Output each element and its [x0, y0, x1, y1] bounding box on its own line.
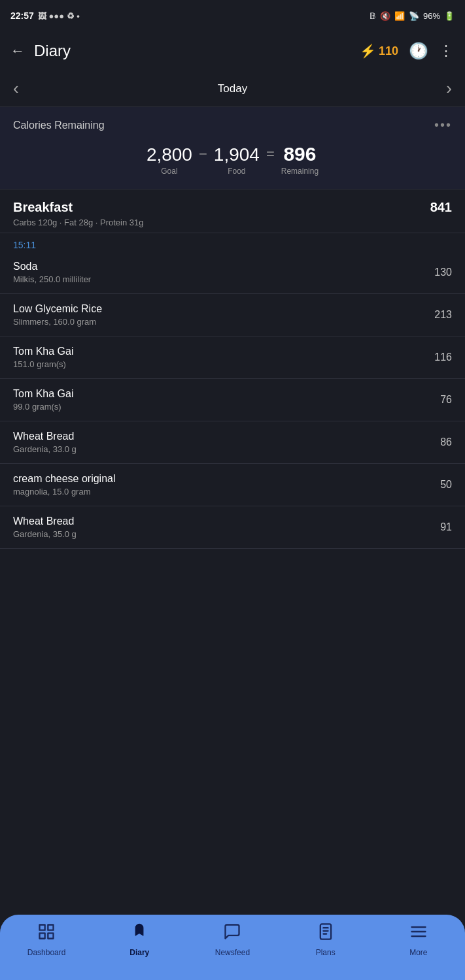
- food-name: Tom Kha Gai: [13, 388, 73, 400]
- svg-rect-1: [48, 925, 53, 930]
- top-bar: ← Diary ⚡ 110 🕐 ⋮: [0, 31, 465, 71]
- signal-icon: 📡: [409, 11, 419, 21]
- date-nav: ‹ Today ›: [0, 71, 465, 107]
- food-item[interactable]: Tom Kha Gai 151.0 gram(s) 116: [0, 336, 465, 379]
- streak-count: 110: [379, 44, 398, 58]
- battery-label: 96%: [423, 11, 440, 21]
- food-item-info: Soda Milkis, 250.0 milliliter: [13, 261, 91, 284]
- remaining-value: 896: [281, 143, 319, 165]
- food-calories: 76: [440, 394, 452, 406]
- top-bar-right: ⚡ 110 🕐 ⋮: [360, 42, 455, 60]
- more-options-icon[interactable]: ⋮: [439, 42, 455, 59]
- nav-item-diary[interactable]: Diary: [107, 923, 172, 957]
- food-items-list: Soda Milkis, 250.0 milliliter 130 Low Gl…: [0, 252, 465, 549]
- dashboard-icon: [37, 923, 56, 945]
- calories-header: Calories Remaining •••: [13, 118, 452, 133]
- food-detail: Gardenia, 33.0 g: [13, 444, 77, 454]
- goal-label: Goal: [146, 167, 192, 176]
- minus-operator: −: [199, 146, 207, 176]
- status-time: 22:57 🖼 ●●● ♻ •: [10, 10, 80, 21]
- food-item[interactable]: Wheat Bread Gardenia, 33.0 g 86: [0, 421, 465, 464]
- food-item-info: Low Glycemic Rice Slimmers, 160.0 gram: [13, 303, 102, 327]
- nav-item-dashboard[interactable]: Dashboard: [14, 923, 79, 957]
- status-right-icons: 𝔹 🔇 📶 📡 96% 🔋: [370, 11, 455, 21]
- food-detail: magnolia, 15.0 gram: [13, 487, 116, 497]
- food-item-info: Tom Kha Gai 99.0 gram(s): [13, 388, 73, 412]
- food-name: Low Glycemic Rice: [13, 303, 102, 315]
- food-detail: Gardenia, 35.0 g: [13, 529, 77, 539]
- food-detail: 99.0 gram(s): [13, 402, 73, 412]
- svg-rect-3: [48, 933, 53, 938]
- calories-more-icon[interactable]: •••: [434, 118, 452, 133]
- food-block: 1,904 Food: [214, 144, 260, 176]
- food-detail: 151.0 gram(s): [13, 359, 73, 369]
- wifi-icon: 📶: [394, 11, 405, 21]
- nav-item-newsfeed[interactable]: Newsfeed: [199, 923, 265, 957]
- food-item[interactable]: Wheat Bread Gardenia, 35.0 g 91: [0, 506, 465, 549]
- lightning-icon: ⚡: [360, 43, 376, 59]
- food-detail: Milkis, 250.0 milliliter: [13, 274, 91, 284]
- nav-item-more[interactable]: More: [386, 923, 451, 957]
- nav-label-more: More: [409, 948, 427, 957]
- food-item-info: Wheat Bread Gardenia, 33.0 g: [13, 431, 77, 454]
- nav-label-diary: Diary: [129, 948, 149, 957]
- food-name: Tom Kha Gai: [13, 346, 73, 357]
- calories-title: Calories Remaining: [13, 120, 105, 131]
- food-detail: Slimmers, 160.0 gram: [13, 317, 102, 327]
- goal-block: 2,800 Goal: [146, 144, 192, 176]
- food-item[interactable]: Tom Kha Gai 99.0 gram(s) 76: [0, 379, 465, 421]
- time-label: 22:57: [10, 10, 34, 21]
- svg-rect-2: [40, 933, 45, 938]
- diary-icon: [130, 923, 148, 945]
- goal-value: 2,800: [146, 144, 192, 165]
- food-name: Wheat Bread: [13, 515, 77, 527]
- food-name: cream cheese original: [13, 473, 116, 485]
- back-button[interactable]: ←: [10, 42, 25, 59]
- page-title: Diary: [34, 42, 71, 60]
- meal-name: Breakfast: [13, 200, 73, 215]
- bottom-nav: Dashboard Diary Newsfeed Plans: [0, 915, 465, 980]
- food-name: Soda: [13, 261, 91, 272]
- plans-icon: [317, 923, 335, 945]
- food-calories: 50: [440, 479, 452, 491]
- food-name: Wheat Bread: [13, 431, 77, 442]
- calories-row: 2,800 Goal − 1,904 Food = 896 Remaining: [13, 143, 452, 176]
- streak-badge[interactable]: ⚡ 110: [360, 43, 398, 59]
- food-item-info: Tom Kha Gai 151.0 gram(s): [13, 346, 73, 369]
- clock-icon[interactable]: 🕐: [409, 42, 428, 60]
- food-value: 1,904: [214, 144, 260, 165]
- remaining-label: Remaining: [281, 167, 319, 176]
- more-icon: [409, 923, 428, 945]
- prev-date-button[interactable]: ‹: [13, 78, 19, 99]
- food-item[interactable]: Low Glycemic Rice Slimmers, 160.0 gram 2…: [0, 294, 465, 336]
- remaining-block: 896 Remaining: [281, 143, 319, 176]
- food-item-info: cream cheese original magnolia, 15.0 gra…: [13, 473, 116, 497]
- battery-icon: 🔋: [444, 11, 455, 21]
- food-item[interactable]: cream cheese original magnolia, 15.0 gra…: [0, 464, 465, 506]
- food-calories: 91: [440, 521, 452, 533]
- current-date-label: Today: [218, 82, 247, 95]
- nav-label-dashboard: Dashboard: [27, 948, 66, 957]
- svg-rect-0: [40, 925, 45, 930]
- time-stamp: 15:11: [0, 233, 465, 252]
- meal-header: Breakfast 841: [13, 200, 452, 215]
- next-date-button[interactable]: ›: [446, 78, 452, 99]
- food-label: Food: [214, 167, 260, 176]
- food-item[interactable]: Soda Milkis, 250.0 milliliter 130: [0, 252, 465, 294]
- food-calories: 116: [434, 351, 452, 363]
- meal-macros: Carbs 120g · Fat 28g · Protein 31g: [13, 218, 452, 227]
- calories-card: Calories Remaining ••• 2,800 Goal − 1,90…: [0, 107, 465, 189]
- breakfast-section: Breakfast 841 Carbs 120g · Fat 28g · Pro…: [0, 189, 465, 233]
- nav-item-plans[interactable]: Plans: [293, 923, 358, 957]
- bluetooth-icon: 𝔹: [370, 11, 376, 21]
- food-calories: 130: [434, 267, 452, 278]
- newsfeed-icon: [223, 923, 241, 945]
- food-calories: 86: [440, 436, 452, 448]
- nav-label-plans: Plans: [316, 948, 336, 957]
- equals-operator: =: [266, 146, 275, 176]
- food-item-info: Wheat Bread Gardenia, 35.0 g: [13, 515, 77, 539]
- meal-calories: 841: [430, 200, 452, 215]
- nav-label-newsfeed: Newsfeed: [215, 948, 250, 957]
- status-icons: 🖼 ●●● ♻ •: [38, 11, 80, 21]
- mute-icon: 🔇: [380, 11, 390, 21]
